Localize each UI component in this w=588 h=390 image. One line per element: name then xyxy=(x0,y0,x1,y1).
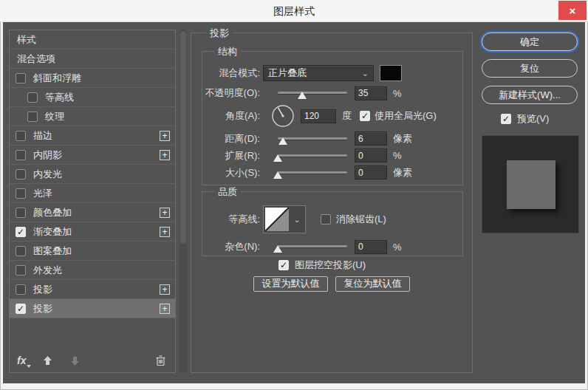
spread-input[interactable] xyxy=(355,148,387,162)
checkbox[interactable]: ✓ xyxy=(27,112,38,122)
sidebar-scrollbar[interactable] xyxy=(180,30,187,373)
sidebar-item-gradient-overlay[interactable]: ✓ 渐变叠加 + xyxy=(10,222,175,242)
defaults-row: 设置为默认值 复位为默认值 xyxy=(191,276,472,292)
checkbox[interactable]: ✓ xyxy=(16,284,26,295)
add-effect-icon[interactable]: + xyxy=(160,304,170,314)
contour-thumbnail[interactable] xyxy=(265,208,289,231)
add-effect-icon[interactable]: + xyxy=(160,208,170,218)
contour-row: 等高线: ⌄ ✓ 消除锯齿(L) xyxy=(202,204,462,235)
checkbox[interactable]: ✓ xyxy=(16,169,26,179)
size-input[interactable] xyxy=(355,165,387,179)
check-icon: ✓ xyxy=(17,304,24,313)
slider-thumb[interactable] xyxy=(273,154,282,162)
ok-button[interactable]: 确定 xyxy=(482,32,578,51)
style-preview-thumbnail xyxy=(482,135,579,233)
slider-thumb[interactable] xyxy=(273,171,282,179)
use-global-light-label: 使用全局光(G) xyxy=(375,109,437,123)
noise-input[interactable] xyxy=(355,240,387,254)
noise-slider[interactable] xyxy=(278,241,347,253)
distance-input[interactable] xyxy=(355,131,387,146)
close-button[interactable]: × xyxy=(558,1,587,20)
add-effect-icon[interactable]: + xyxy=(160,284,170,295)
structure-legend: 结构 xyxy=(214,45,241,58)
fx-icon: fx xyxy=(17,355,26,366)
layer-knockout-checkbox[interactable]: ✓ xyxy=(278,260,289,270)
opacity-slider[interactable] xyxy=(278,87,347,99)
style-list-toolbar: fx xyxy=(17,353,169,368)
preview-label: 预览(V) xyxy=(517,112,549,126)
blend-mode-label: 混合模式: xyxy=(202,66,260,80)
sidebar-item-stroke[interactable]: ✓ 描边 + xyxy=(10,126,175,146)
use-global-light-checkbox[interactable]: ✓ xyxy=(360,111,370,121)
slider-track[interactable] xyxy=(278,92,347,94)
check-icon: ✓ xyxy=(361,112,369,120)
sidebar-item-inner-shadow[interactable]: ✓ 内阴影 + xyxy=(10,146,175,165)
checkbox[interactable]: ✓ xyxy=(16,73,26,83)
sidebar-item-pattern-overlay[interactable]: ✓ 图案叠加 xyxy=(10,242,175,261)
anti-alias-label: 消除锯齿(L) xyxy=(336,213,386,226)
dialog-title: 图层样式 xyxy=(0,0,588,22)
sidebar-item-label: 光泽 xyxy=(33,187,52,200)
chevron-down-icon[interactable]: ⌄ xyxy=(289,215,305,225)
sidebar-item-label: 斜面和浮雕 xyxy=(33,72,81,85)
add-effect-icon[interactable]: + xyxy=(160,150,170,160)
sidebar-item-texture[interactable]: ✓ 纹理 xyxy=(10,107,175,126)
quality-group: 品质 等高线: ⌄ ✓ 消除锯齿(L) 杂色(N): xyxy=(202,191,463,256)
new-style-button[interactable]: 新建样式(W)... xyxy=(482,86,578,104)
anti-alias-checkbox[interactable]: ✓ xyxy=(321,214,331,225)
sidebar-item-contour[interactable]: ✓ 等高线 xyxy=(10,88,175,107)
add-effect-icon[interactable]: + xyxy=(160,131,170,141)
distance-slider[interactable] xyxy=(278,133,347,145)
slider-thumb[interactable] xyxy=(273,245,282,253)
checkbox-checked[interactable]: ✓ xyxy=(16,227,26,237)
set-default-button[interactable]: 设置为默认值 xyxy=(253,276,328,292)
distance-label: 距离(D): xyxy=(202,132,260,146)
slider-track[interactable] xyxy=(278,154,347,157)
preview-checkbox[interactable]: ✓ xyxy=(501,114,511,124)
move-up-button[interactable] xyxy=(42,355,53,366)
titlebar[interactable]: 图层样式 × xyxy=(0,0,588,22)
blend-mode-select[interactable]: 正片叠底 ⌄ xyxy=(263,65,374,81)
add-effect-icon[interactable]: + xyxy=(160,227,170,237)
sidebar-item-label: 内发光 xyxy=(33,168,62,181)
sidebar-item-drop-shadow-selected[interactable]: ✓ 投影 + xyxy=(10,299,175,318)
spread-slider[interactable] xyxy=(278,150,347,162)
delete-effect-button[interactable] xyxy=(155,355,166,366)
sidebar-item-bevel-emboss[interactable]: ✓ 斜面和浮雕 xyxy=(10,69,175,88)
reset-default-button[interactable]: 复位为默认值 xyxy=(335,276,410,292)
contour-picker[interactable]: ⌄ xyxy=(263,205,306,233)
scrollbar-thumb[interactable] xyxy=(180,31,186,244)
shadow-color-swatch[interactable] xyxy=(380,65,402,81)
angle-dial[interactable] xyxy=(271,104,295,128)
sidebar-item-styles[interactable]: 样式 xyxy=(10,30,175,49)
check-icon: ✓ xyxy=(17,228,24,236)
checkbox[interactable]: ✓ xyxy=(16,131,26,141)
sidebar-item-label: 样式 xyxy=(17,33,36,47)
opacity-input[interactable] xyxy=(355,86,387,100)
checkbox[interactable]: ✓ xyxy=(16,150,26,160)
checkbox[interactable]: ✓ xyxy=(16,265,26,276)
style-list-panel: 样式 混合选项 ✓ 斜面和浮雕 ✓ 等高线 ✓ 纹理 ✓ 描边 + xyxy=(9,30,176,373)
size-slider[interactable] xyxy=(278,167,347,179)
slider-track[interactable] xyxy=(278,137,347,140)
slider-thumb[interactable] xyxy=(298,92,307,99)
sidebar-item-drop-shadow[interactable]: ✓ 投影 + xyxy=(10,280,175,299)
slider-thumb[interactable] xyxy=(278,137,287,145)
slider-track[interactable] xyxy=(278,171,347,174)
slider-track[interactable] xyxy=(278,245,347,247)
sidebar-item-color-overlay[interactable]: ✓ 颜色叠加 + xyxy=(10,203,175,222)
sidebar-item-blending-options[interactable]: 混合选项 xyxy=(10,49,175,69)
sidebar-item-outer-glow[interactable]: ✓ 外发光 xyxy=(10,261,175,280)
move-down-button[interactable] xyxy=(69,355,81,366)
sidebar-item-inner-glow[interactable]: ✓ 内发光 xyxy=(10,165,175,184)
fx-menu-button[interactable]: fx xyxy=(17,355,26,366)
checkbox[interactable]: ✓ xyxy=(16,246,26,256)
reset-button[interactable]: 复位 xyxy=(482,59,578,78)
checkbox[interactable]: ✓ xyxy=(27,92,38,103)
sidebar-item-satin[interactable]: ✓ 光泽 xyxy=(10,184,175,203)
checkbox[interactable]: ✓ xyxy=(16,208,26,218)
checkbox[interactable]: ✓ xyxy=(16,188,26,199)
angle-input[interactable] xyxy=(301,109,336,123)
sidebar-item-label: 颜色叠加 xyxy=(33,206,72,219)
checkbox-checked[interactable]: ✓ xyxy=(16,304,26,314)
